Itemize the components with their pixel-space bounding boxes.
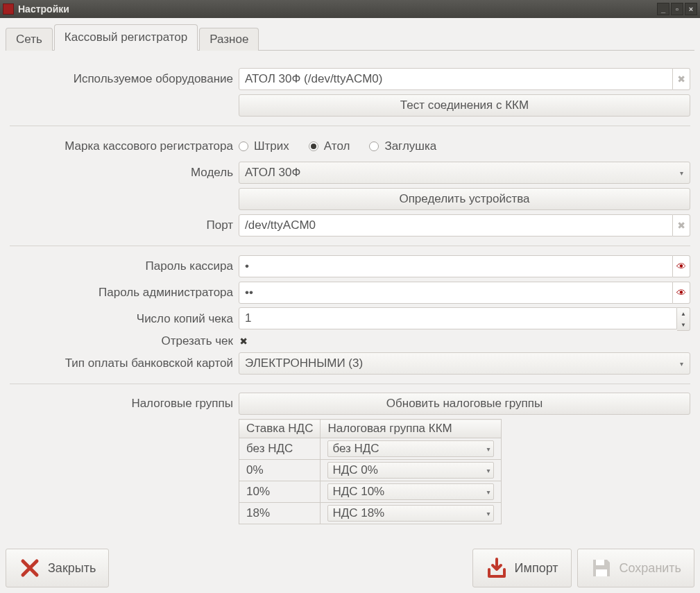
group-select[interactable]: НДС 18% — [327, 505, 494, 522]
brand-radio-group: Штрих Атол Заглушка — [239, 139, 436, 153]
close-window-button[interactable]: × — [685, 3, 697, 15]
save-button[interactable]: Сохранить — [577, 549, 694, 587]
group-cell: НДС 10% — [321, 481, 502, 503]
app-icon — [3, 3, 14, 15]
equipment-label: Используемое оборудование — [10, 72, 239, 86]
window-title: Настройки — [18, 3, 656, 15]
model-label: Модель — [10, 166, 239, 180]
detect-devices-button[interactable]: Определить устройства — [239, 188, 690, 210]
titlebar: Настройки _ ▫ × — [0, 0, 700, 18]
dialog-content: Сеть Кассовый регистратор Разное Использ… — [0, 18, 700, 593]
table-row: 18%НДС 18% — [239, 503, 502, 524]
brand-radio-shtrih[interactable]: Штрих — [239, 139, 289, 153]
tab-register[interactable]: Кассовый регистратор — [54, 24, 198, 51]
equipment-input[interactable] — [239, 68, 673, 90]
cut-checkbox[interactable]: ✖ — [239, 336, 248, 346]
tabs: Сеть Кассовый регистратор Разное — [6, 24, 694, 51]
brand-radio-atol[interactable]: Атол — [309, 139, 350, 153]
maximize-button[interactable]: ▫ — [671, 3, 683, 15]
rate-cell[interactable]: 0% — [239, 460, 321, 481]
save-icon — [590, 557, 613, 579]
group-select[interactable]: НДС 10% — [327, 483, 494, 500]
card-pay-select[interactable]: ЭЛЕКТРОННЫМИ (3) — [239, 352, 690, 375]
svg-rect-1 — [596, 569, 607, 576]
cut-label: Отрезать чек — [10, 334, 239, 348]
col-rate[interactable]: Ставка НДС — [239, 420, 321, 438]
minimize-button[interactable]: _ — [657, 3, 669, 15]
group-cell: НДС 0% — [321, 460, 502, 481]
refresh-tax-groups-button[interactable]: Обновить налоговые группы — [239, 393, 690, 415]
brand-label: Марка кассового регистратора — [10, 139, 239, 153]
group-cell: НДС 18% — [321, 503, 502, 524]
rate-cell[interactable]: без НДС — [239, 438, 321, 460]
group-cell: без НДС — [321, 438, 502, 460]
import-button[interactable]: Импорт — [472, 549, 572, 587]
copies-input[interactable] — [239, 307, 677, 329]
tax-groups-label: Налоговые группы — [10, 393, 239, 411]
equipment-clear-icon[interactable]: ✖ — [673, 68, 690, 90]
admin-pwd-reveal-icon[interactable]: 👁 — [673, 282, 690, 304]
import-icon — [486, 557, 508, 579]
rate-cell[interactable]: 10% — [239, 481, 321, 503]
close-icon — [19, 557, 41, 579]
admin-pwd-input[interactable] — [239, 282, 673, 304]
copies-stepper[interactable]: ▲▼ — [677, 307, 690, 331]
col-group[interactable]: Налоговая группа ККМ — [321, 420, 502, 438]
table-row: без НДСбез НДС — [239, 438, 502, 460]
tab-network[interactable]: Сеть — [6, 28, 53, 51]
cashier-pwd-input[interactable] — [239, 255, 673, 277]
svg-rect-0 — [596, 560, 604, 565]
brand-radio-stub[interactable]: Заглушка — [369, 139, 436, 153]
port-input[interactable] — [239, 214, 673, 237]
card-pay-label: Тип оплаты банковской картой — [10, 356, 239, 370]
cashier-pwd-reveal-icon[interactable]: 👁 — [673, 255, 690, 277]
model-select[interactable]: АТОЛ 30Ф — [239, 162, 690, 184]
table-row: 0%НДС 0% — [239, 460, 502, 481]
tab-body: Используемое оборудование ✖ Тест соедине… — [6, 51, 694, 544]
close-button[interactable]: Закрыть — [6, 549, 109, 587]
group-select[interactable]: без НДС — [327, 440, 494, 457]
table-row: 10%НДС 10% — [239, 481, 502, 503]
footer: Закрыть Импорт Сохранить — [6, 544, 694, 587]
admin-pwd-label: Пароль администратора — [10, 286, 239, 300]
copies-label: Число копий чека — [10, 312, 239, 326]
cashier-pwd-label: Пароль кассира — [10, 259, 239, 273]
group-select[interactable]: НДС 0% — [327, 462, 494, 479]
test-connection-button[interactable]: Тест соединения с ККМ — [239, 94, 690, 117]
tax-table: Ставка НДС Налоговая группа ККМ без НДСб… — [239, 419, 502, 524]
port-label: Порт — [10, 218, 239, 232]
tab-misc[interactable]: Разное — [199, 28, 259, 51]
rate-cell[interactable]: 18% — [239, 503, 321, 524]
port-clear-icon[interactable]: ✖ — [673, 214, 690, 237]
